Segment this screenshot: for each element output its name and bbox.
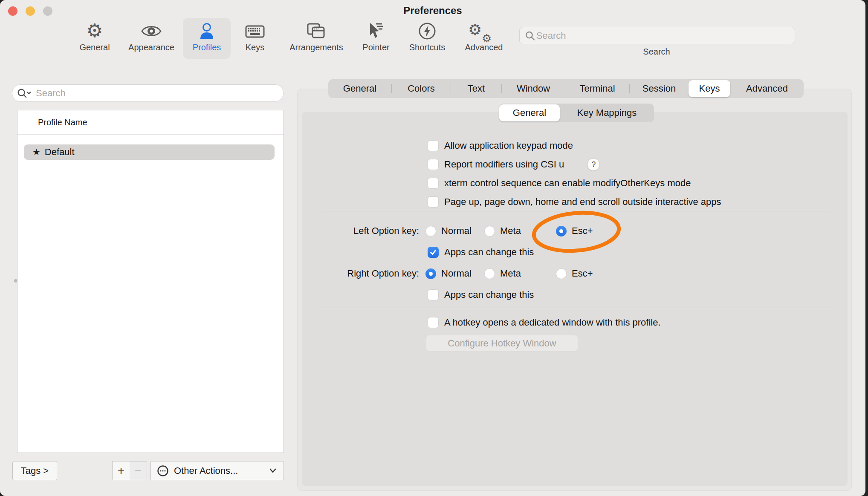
subtab-general[interactable]: General — [499, 104, 560, 121]
checkbox-unchecked[interactable] — [428, 178, 439, 189]
checkbox-unchecked[interactable] — [428, 317, 439, 328]
subtab-key-mappings[interactable]: Key Mappings — [560, 104, 654, 122]
tab-colors[interactable]: Colors — [392, 79, 451, 98]
preferences-window: Preferences ⚙ General Appearance Profile… — [0, 0, 865, 496]
checkmark-icon — [429, 248, 437, 256]
toolbar-item-arrangements[interactable]: Arrangements — [284, 20, 348, 59]
toolbar-item-appearance[interactable]: Appearance — [119, 20, 183, 59]
tab-advanced[interactable]: Advanced — [730, 79, 804, 98]
gears-icon: ⚙ ⚙ — [452, 20, 516, 42]
checkbox-unchecked[interactable] — [428, 159, 439, 170]
right-option-key-label: Right Option key: — [303, 268, 419, 280]
search-menu-icon — [17, 87, 32, 99]
radio-right-esc[interactable]: Esc+ — [556, 268, 593, 280]
gear-icon: ⚙ — [63, 20, 127, 42]
checkbox-row-page-scroll[interactable]: Page up, page down, home and end scroll … — [428, 196, 721, 208]
tab-text[interactable]: Text — [451, 79, 501, 98]
tab-session[interactable]: Session — [630, 79, 689, 98]
radio-label: Esc+ — [572, 268, 593, 279]
checkbox-row-modifyotherkeys[interactable]: xterm control sequence can enable modify… — [428, 177, 691, 189]
checkbox-row-left-apps[interactable]: Apps can change this — [428, 246, 534, 258]
radio-selected[interactable] — [425, 268, 436, 279]
radio-right-meta[interactable]: Meta — [484, 268, 521, 280]
radio-left-normal[interactable]: Normal — [425, 225, 472, 237]
checkbox-label: Apps can change this — [444, 289, 534, 300]
chevron-down-icon — [268, 468, 278, 474]
toolbar-search-caption: Search — [614, 47, 699, 57]
checkbox-unchecked[interactable] — [428, 289, 439, 300]
radio-unselected[interactable] — [556, 268, 567, 279]
radio-selected[interactable] — [556, 226, 567, 236]
search-icon — [525, 30, 535, 41]
radio-label: Meta — [500, 225, 521, 236]
toolbar-label: Appearance — [119, 43, 183, 52]
checkbox-label: Report modifiers using CSI u — [444, 159, 564, 170]
keyboard-icon — [223, 20, 287, 42]
checkbox-checked[interactable] — [428, 247, 439, 258]
other-actions-label: Other Actions... — [174, 465, 268, 476]
toolbar-search-field[interactable] — [519, 27, 795, 44]
section-divider — [321, 211, 830, 211]
profile-list-header: Profile Name — [17, 110, 284, 135]
toolbar-item-general[interactable]: ⚙ General — [63, 20, 127, 59]
radio-right-normal[interactable]: Normal — [425, 268, 472, 280]
checkbox-unchecked[interactable] — [428, 140, 439, 151]
toolbar-label: General — [63, 43, 127, 52]
profile-tab-bar: General Colors Text Window Terminal Sess… — [328, 79, 804, 98]
radio-label: Esc+ — [572, 225, 593, 236]
titlebar: Preferences — [0, 0, 865, 19]
profile-name: Default — [45, 147, 75, 158]
tab-terminal[interactable]: Terminal — [565, 79, 629, 98]
checkbox-row-keypad[interactable]: Allow application keypad mode — [428, 140, 573, 152]
toolbar-item-advanced[interactable]: ⚙ ⚙ Advanced — [452, 20, 516, 59]
keys-subtab-bar: General Key Mappings — [499, 104, 654, 122]
remove-profile-button[interactable]: − — [130, 461, 147, 480]
checkbox-unchecked[interactable] — [428, 196, 439, 208]
tags-button-label: Tags > — [21, 465, 49, 476]
radio-unselected[interactable] — [484, 268, 495, 279]
section-divider — [321, 308, 830, 308]
minus-icon: − — [135, 464, 142, 478]
checkbox-label: Page up, page down, home and end scroll … — [444, 196, 721, 208]
radio-label: Normal — [441, 268, 472, 279]
radio-unselected[interactable] — [484, 226, 495, 236]
configure-hotkey-window-button[interactable]: Configure Hotkey Window — [426, 335, 578, 352]
configure-hotkey-window-label: Configure Hotkey Window — [448, 338, 556, 349]
star-icon: ★ — [32, 147, 41, 157]
radio-left-meta[interactable]: Meta — [484, 225, 521, 237]
tab-window[interactable]: Window — [502, 79, 565, 98]
toolbar-item-keys[interactable]: Keys — [223, 20, 287, 59]
tab-general[interactable]: General — [328, 79, 391, 98]
profile-search-field[interactable] — [12, 84, 284, 102]
profile-search-input[interactable] — [35, 87, 279, 99]
help-button[interactable]: ? — [587, 158, 600, 171]
checkbox-label: Apps can change this — [444, 247, 534, 258]
toolbar-search-input[interactable] — [535, 30, 790, 42]
windows-icon — [284, 20, 348, 42]
circle-ellipsis-icon — [157, 465, 169, 477]
checkbox-row-csi-u[interactable]: Report modifiers using CSI u ? — [428, 159, 600, 170]
other-actions-dropdown[interactable]: Other Actions... — [150, 461, 284, 480]
toolbar-label: Arrangements — [284, 43, 348, 52]
checkbox-row-hotkey[interactable]: A hotkey opens a dedicated window with t… — [428, 317, 661, 329]
tab-keys[interactable]: Keys — [689, 80, 730, 97]
checkbox-row-right-apps[interactable]: Apps can change this — [428, 289, 534, 301]
eye-icon — [119, 20, 183, 42]
checkbox-label: A hotkey opens a dedicated window with t… — [444, 317, 661, 328]
checkbox-label: Allow application keypad mode — [444, 140, 573, 151]
toolbar-label: Shortcuts — [395, 43, 459, 52]
add-profile-button[interactable]: + — [112, 461, 130, 480]
toolbar-item-shortcuts[interactable]: Shortcuts — [395, 20, 459, 59]
checkbox-label: xterm control sequence can enable modify… — [444, 178, 691, 189]
radio-label: Meta — [500, 268, 521, 279]
splitter-handle-dot[interactable] — [14, 279, 17, 283]
profile-row-default[interactable]: ★ Default — [24, 144, 275, 160]
plus-icon: + — [118, 464, 124, 478]
profile-list: Profile Name ★ Default — [17, 110, 284, 453]
radio-unselected[interactable] — [425, 226, 436, 236]
window-title: Preferences — [0, 5, 865, 17]
left-option-key-label: Left Option key: — [303, 225, 419, 237]
radio-left-esc[interactable]: Esc+ — [556, 225, 593, 237]
bolt-circle-icon — [395, 20, 459, 42]
tags-button[interactable]: Tags > — [12, 461, 57, 480]
